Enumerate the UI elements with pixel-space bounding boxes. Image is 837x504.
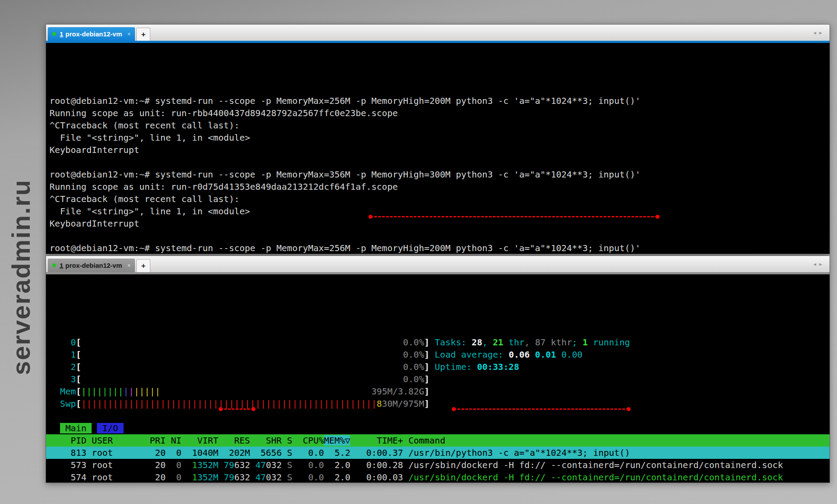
htop-screen[interactable]: 0[ 0.0%] Tasks: 28, 21 thr, 87 kthr; 1 r… xyxy=(46,274,830,483)
terminal-window-bottom[interactable]: 1 prox-debian12-vm × + ◂▸ 0[ 0.0%] Tasks… xyxy=(46,256,830,483)
terminal-line: root@debian12-vm:~# systemd-run --scope … xyxy=(50,95,826,107)
tab-title: prox-debian12-vm xyxy=(65,30,122,38)
htop-screen-tabs[interactable]: Main I/O xyxy=(50,422,826,434)
tab-scroll-arrows[interactable]: ◂▸ xyxy=(813,29,825,36)
terminal-line: ^CTraceback (most recent call last): xyxy=(50,193,826,205)
watermark-text: serveradmin.ru xyxy=(6,179,35,375)
tab-index: 1 xyxy=(60,30,63,38)
process-row-813[interactable]: 813 root 20 0 1040M 202M 5656 S 0.0 5.2 … xyxy=(46,447,830,459)
terminal-line: Running scope as unit: run-rbb4400437d89… xyxy=(50,107,826,119)
column-header-user[interactable]: USER xyxy=(92,435,144,446)
terminal-line: File "<string>", line 1, in <module> xyxy=(50,131,826,144)
chevron-left-icon[interactable]: ◂ xyxy=(813,261,819,267)
chevron-left-icon[interactable]: ◂ xyxy=(813,29,819,36)
column-header-s[interactable]: S xyxy=(282,435,292,446)
column-header-pid[interactable]: PID xyxy=(50,435,86,446)
cpu3-meter: 3[ 0.0%] xyxy=(50,373,826,385)
terminal-line: root@debian12-vm:~# systemd-run --scope … xyxy=(50,168,826,181)
new-tab-button[interactable]: + xyxy=(136,259,150,272)
session-active-dot-icon xyxy=(52,32,56,36)
memory-meter: Mem[||||||||||||||| 395M/3.82G] xyxy=(50,385,826,398)
terminal-line: root@debian12-vm:~# systemd-run --scope … xyxy=(50,242,826,254)
process-row-573[interactable]: 573 root 20 0 1352M 79632 47032 S 0.0 2.… xyxy=(50,459,826,471)
column-header-virt[interactable]: VIRT xyxy=(181,435,218,446)
column-header-ni[interactable]: NI xyxy=(166,435,181,446)
process-table-header[interactable]: PID USER PRI NI VIRT RES SHR S CPU%MEM%▽… xyxy=(46,434,830,447)
column-header-mem[interactable]: MEM%▽ xyxy=(324,435,350,446)
cpu0-meter-and-tasks: 0[ 0.0%] Tasks: 28, 21 thr, 87 kthr; 1 r… xyxy=(50,336,826,348)
tab-index: 1 xyxy=(60,262,63,269)
swap-meter: Swp[||||||||||||||||||||||||||||||||||||… xyxy=(50,398,826,410)
close-icon[interactable]: × xyxy=(128,31,131,37)
column-header-shr[interactable]: SHR xyxy=(250,435,282,446)
tab-scroll-arrows[interactable]: ◂▸ xyxy=(813,261,825,267)
terminal-window-top[interactable]: 1 prox-debian12-vm × + ◂▸ root@debian12-… xyxy=(46,24,830,254)
terminal-output-top[interactable]: root@debian12-vm:~# systemd-run --scope … xyxy=(46,43,830,254)
terminal-line: Running scope as unit: run-r0d75d41353e8… xyxy=(50,181,826,193)
chevron-right-icon[interactable]: ▸ xyxy=(819,261,825,267)
tab-bar-bottom: 1 prox-debian12-vm × + ◂▸ xyxy=(46,256,830,272)
tab-prox-debian12-vm-top[interactable]: 1 prox-debian12-vm × xyxy=(48,27,135,41)
terminal-line xyxy=(50,230,826,242)
blank-line xyxy=(50,410,826,422)
chevron-right-icon[interactable]: ▸ xyxy=(819,29,825,36)
column-header-time[interactable]: TIME+ xyxy=(350,435,403,446)
column-header-cpu[interactable]: CPU% xyxy=(292,435,324,446)
tab-title: prox-debian12-vm xyxy=(65,262,122,269)
cpu2-meter-and-uptime: 2[ 0.0%] Uptime: 00:33:28 xyxy=(50,361,826,373)
terminal-line: ^CTraceback (most recent call last): xyxy=(50,119,826,131)
terminal-line: KeyboardInterrupt xyxy=(50,217,826,230)
session-active-dot-icon xyxy=(52,263,56,267)
process-row-574[interactable]: 574 root 20 0 1352M 79632 47032 S 0.0 2.… xyxy=(50,471,826,483)
column-header-res[interactable]: RES xyxy=(218,435,250,446)
column-header-cmd[interactable]: Command xyxy=(408,435,445,446)
cpu1-meter-and-load: 1[ 0.0%] Load average: 0.06 0.01 0.00 xyxy=(50,348,826,361)
tab-bar-top: 1 prox-debian12-vm × + ◂▸ xyxy=(46,25,830,41)
terminal-line: KeyboardInterrupt xyxy=(50,144,826,156)
close-icon[interactable]: × xyxy=(128,262,131,269)
column-header-pri[interactable]: PRI xyxy=(145,435,166,446)
terminal-line xyxy=(50,156,826,168)
terminal-line: File "<string>", line 1, in <module> xyxy=(50,205,826,217)
new-tab-button[interactable]: + xyxy=(136,28,150,41)
tab-prox-debian12-vm-bottom[interactable]: 1 prox-debian12-vm × xyxy=(48,259,135,272)
